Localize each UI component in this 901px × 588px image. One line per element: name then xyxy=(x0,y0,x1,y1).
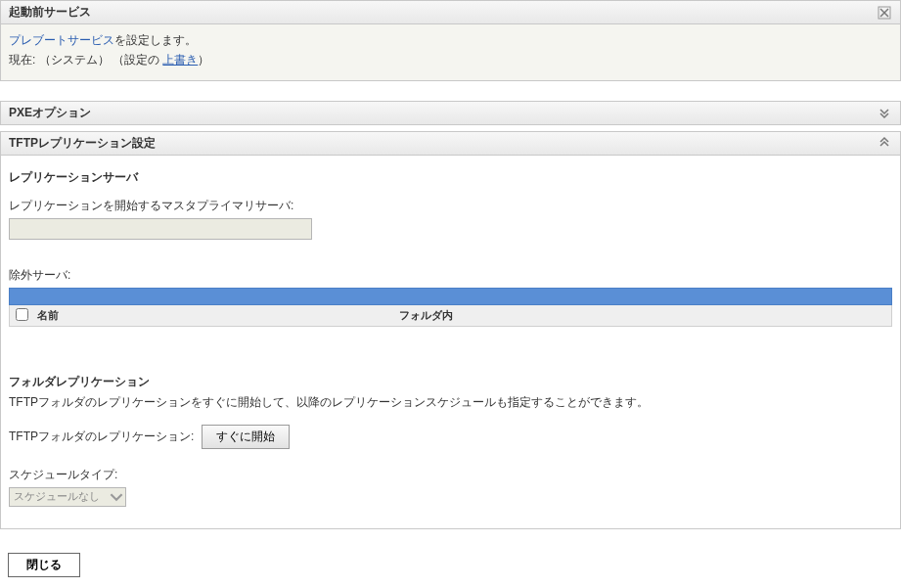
current-prefix: 現在: （システム） （設定の xyxy=(9,53,162,67)
excluded-server-toolbar xyxy=(9,288,892,305)
select-all-checkbox[interactable] xyxy=(16,308,28,321)
folder-replication-heading: フォルダレプリケーション xyxy=(9,374,892,390)
chevron-down-icon xyxy=(110,490,123,504)
folder-replication-desc: TFTPフォルダのレプリケーションをすぐに開始して、以降のレプリケーションスケジ… xyxy=(9,394,892,411)
preboot-services-header: 起動前サービス xyxy=(0,0,901,24)
current-suffix: ） xyxy=(198,53,209,67)
pxe-options-header[interactable]: PXEオプション xyxy=(0,101,901,125)
column-name: 名前 xyxy=(37,308,399,323)
preboot-info-box: プレブートサービスを設定します。 現在: （システム） （設定の 上書き） xyxy=(0,24,901,81)
collapse-icon[interactable] xyxy=(877,135,892,151)
folder-replication-label: TFTPフォルダのレプリケーション: xyxy=(9,429,194,445)
pxe-options-title: PXEオプション xyxy=(9,105,877,121)
start-now-button[interactable]: すぐに開始 xyxy=(202,425,290,449)
tftp-replication-title: TFTPレプリケーション設定 xyxy=(9,135,877,152)
tftp-replication-body: レプリケーションサーバ レプリケーションを開始するマスタプライマリサーバ: 除外… xyxy=(0,156,901,529)
preboot-current-line: 現在: （システム） （設定の 上書き） xyxy=(9,50,892,69)
excluded-server-label: 除外サーバ: xyxy=(9,267,892,284)
master-server-label: レプリケーションを開始するマスタプライマリサーバ: xyxy=(9,198,892,214)
select-all-cell xyxy=(16,308,37,323)
replication-server-heading: レプリケーションサーバ xyxy=(9,169,892,186)
excluded-server-table-head: 名前 フォルダ内 xyxy=(9,305,892,327)
preboot-line1: プレブートサービスを設定します。 xyxy=(9,30,892,50)
close-button[interactable]: 閉じる xyxy=(8,553,80,577)
column-folder: フォルダ内 xyxy=(399,308,885,323)
master-server-input[interactable] xyxy=(9,218,312,240)
overwrite-link[interactable]: 上書き xyxy=(162,53,198,67)
schedule-type-label: スケジュールタイプ: xyxy=(9,467,892,483)
schedule-type-value: スケジュールなし xyxy=(14,489,100,504)
schedule-type-select[interactable]: スケジュールなし xyxy=(9,487,126,507)
preboot-service-link[interactable]: プレブートサービス xyxy=(9,33,114,47)
close-icon[interactable] xyxy=(877,5,892,21)
tftp-replication-header[interactable]: TFTPレプリケーション設定 xyxy=(0,131,901,156)
preboot-suffix: を設定します。 xyxy=(114,33,197,47)
expand-icon[interactable] xyxy=(877,105,892,120)
preboot-services-title: 起動前サービス xyxy=(9,4,877,21)
footer: 閉じる xyxy=(0,547,901,585)
folder-replication-row: TFTPフォルダのレプリケーション: すぐに開始 xyxy=(9,425,892,449)
